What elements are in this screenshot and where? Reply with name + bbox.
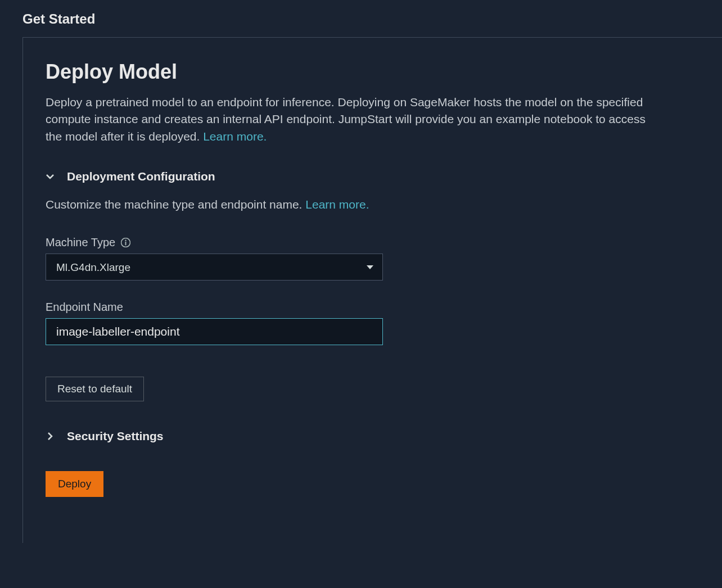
- deploy-button[interactable]: Deploy: [46, 471, 103, 497]
- reset-button[interactable]: Reset to default: [46, 377, 144, 401]
- section-header: Get Started: [22, 11, 722, 27]
- security-settings-title: Security Settings: [67, 429, 164, 443]
- config-learn-more-link[interactable]: Learn more.: [305, 198, 369, 211]
- deployment-config-subtitle: Customize the machine type and endpoint …: [46, 198, 700, 211]
- description-text: Deploy a pretrained model to an endpoint…: [46, 96, 646, 143]
- svg-point-1: [125, 240, 126, 241]
- info-icon[interactable]: [121, 238, 130, 247]
- machine-type-label-text: Machine Type: [46, 236, 115, 249]
- endpoint-name-label-text: Endpoint Name: [46, 301, 123, 314]
- deployment-config-header[interactable]: Deployment Configuration: [46, 170, 700, 183]
- endpoint-name-label: Endpoint Name: [46, 301, 700, 314]
- endpoint-name-input[interactable]: [46, 318, 383, 345]
- learn-more-link[interactable]: Learn more.: [203, 130, 267, 143]
- machine-type-label: Machine Type: [46, 236, 700, 249]
- svg-rect-2: [125, 242, 127, 245]
- endpoint-name-field: Endpoint Name: [46, 301, 700, 345]
- chevron-right-icon: [46, 432, 55, 441]
- security-settings-header[interactable]: Security Settings: [46, 429, 700, 443]
- page-title: Deploy Model: [46, 60, 700, 84]
- subtitle-text: Customize the machine type and endpoint …: [46, 198, 305, 211]
- machine-type-select[interactable]: Ml.G4dn.Xlarge: [46, 254, 383, 281]
- deployment-config-title: Deployment Configuration: [67, 170, 215, 183]
- deploy-model-panel: Deploy Model Deploy a pretrained model t…: [22, 37, 722, 543]
- chevron-down-icon: [46, 172, 55, 181]
- machine-type-field: Machine Type Ml.G4dn.Xlarge: [46, 236, 700, 281]
- page-description: Deploy a pretrained model to an endpoint…: [46, 94, 664, 145]
